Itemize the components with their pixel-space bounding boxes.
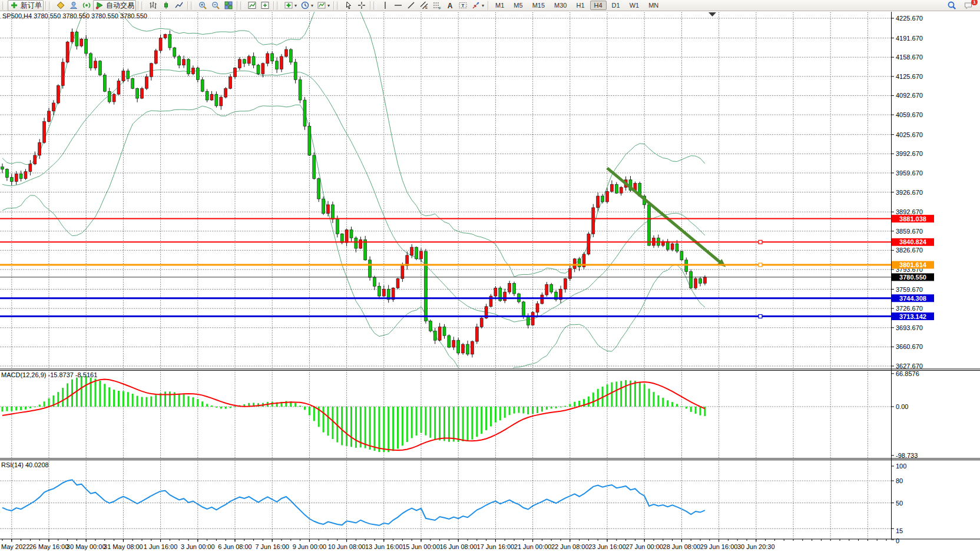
- new-order-button[interactable]: 新订单: [8, 0, 44, 11]
- label-button[interactable]: T: [456, 0, 469, 11]
- svg-text:4158.670: 4158.670: [896, 54, 923, 61]
- svg-text:3881.038: 3881.038: [899, 215, 926, 222]
- profiles-button[interactable]: [67, 0, 80, 11]
- arrows-button[interactable]: ▾: [469, 0, 486, 11]
- svg-text:15 Jun 00:00: 15 Jun 00:00: [402, 543, 440, 550]
- rsi-label: RSI(14) 40.0208: [1, 461, 49, 468]
- toolbar-grip: [337, 2, 340, 9]
- search-button[interactable]: [945, 0, 958, 11]
- zoom-in-button[interactable]: [196, 0, 209, 11]
- dropdown-caret-icon: ▾: [294, 3, 297, 8]
- price-tag-3744.308: 3744.308: [892, 294, 934, 302]
- svg-text:3627.670: 3627.670: [896, 363, 923, 370]
- svg-text:4025.670: 4025.670: [896, 131, 923, 138]
- profiles-icon: [69, 1, 78, 10]
- timeframe-button-m1[interactable]: M1: [491, 1, 508, 10]
- fibonacci-button[interactable]: F: [431, 0, 443, 11]
- svg-text:28 Jun 08:00: 28 Jun 08:00: [663, 543, 701, 550]
- text-button[interactable]: A: [443, 0, 456, 11]
- toolbar-grip: [240, 2, 243, 9]
- svg-text:7 Jun 16:00: 7 Jun 16:00: [255, 543, 289, 550]
- trendline-button[interactable]: [405, 0, 418, 11]
- chat-button[interactable]: 1: [962, 0, 975, 11]
- svg-text:31 May 08:00: 31 May 08:00: [104, 543, 143, 550]
- svg-text:10 Jun 08:00: 10 Jun 08:00: [328, 543, 366, 550]
- svg-text:3726.670: 3726.670: [896, 305, 923, 312]
- timeframe-button-h1[interactable]: H1: [572, 1, 588, 10]
- timeframe-button-h4[interactable]: H4: [590, 1, 607, 10]
- templates-button[interactable]: ▾: [315, 0, 332, 11]
- toolbar-grip: [373, 2, 376, 9]
- timeframe-button-w1[interactable]: W1: [625, 1, 644, 10]
- tile-windows-icon: [224, 1, 233, 10]
- svg-text:13 Jun 16:00: 13 Jun 16:00: [365, 543, 403, 550]
- toolbar-grip: [191, 2, 194, 9]
- signal-button[interactable]: [80, 0, 93, 11]
- svg-text:3926.670: 3926.670: [896, 189, 923, 196]
- svg-text:3959.670: 3959.670: [896, 169, 923, 177]
- vline-icon: [380, 1, 390, 10]
- timeframe-button-d1[interactable]: D1: [608, 1, 624, 10]
- svg-text:50: 50: [896, 500, 903, 507]
- svg-text:4125.670: 4125.670: [896, 73, 923, 80]
- svg-text:3801.614: 3801.614: [899, 261, 927, 268]
- toolbar-separator: [187, 1, 188, 10]
- svg-text:1 Jun 16:00: 1 Jun 16:00: [144, 543, 178, 550]
- new-chart-button[interactable]: [54, 0, 67, 11]
- indicator-list-button[interactable]: [259, 0, 272, 11]
- indicator-window-icon: [247, 1, 257, 10]
- new-order-button-label: 新订单: [21, 1, 42, 11]
- toolbar-grip: [277, 2, 280, 9]
- crosshair-button[interactable]: [355, 0, 368, 11]
- text-icon: A: [445, 1, 455, 10]
- toolbar-separator: [273, 1, 274, 10]
- svg-text:3859.670: 3859.670: [896, 228, 923, 235]
- add-indicator-button[interactable]: ▾: [282, 0, 299, 11]
- bar-chart-button[interactable]: [147, 0, 160, 11]
- timeframe-button-m15[interactable]: M15: [528, 1, 549, 10]
- svg-text:3693.670: 3693.670: [896, 324, 923, 331]
- arrows-icon: [471, 1, 481, 10]
- autotrade-button[interactable]: 自动交易: [93, 0, 136, 11]
- svg-text:6 Jun 08:00: 6 Jun 08:00: [218, 543, 252, 550]
- dropdown-caret-icon: ▾: [311, 3, 313, 8]
- indicator-window-button[interactable]: [246, 0, 259, 11]
- chart-diamond-icon: [56, 1, 65, 10]
- svg-text:16 Jun 08:00: 16 Jun 08:00: [439, 543, 477, 550]
- toolbar-separator: [45, 1, 47, 10]
- dropdown-caret-icon: ▾: [327, 3, 330, 8]
- svg-text:F: F: [439, 6, 441, 10]
- zoom-out-button[interactable]: [209, 0, 222, 11]
- svg-text:21 Jun 00:00: 21 Jun 00:00: [514, 543, 552, 550]
- candlestick-button[interactable]: [160, 0, 173, 11]
- svg-text:3826.670: 3826.670: [896, 247, 923, 254]
- cursor-icon: [344, 1, 353, 10]
- hline-button[interactable]: [392, 0, 405, 11]
- svg-text:4092.670: 4092.670: [896, 92, 923, 99]
- price-tag-3801.614: 3801.614: [892, 261, 934, 269]
- label-icon: T: [458, 1, 468, 10]
- line-chart-button[interactable]: [173, 0, 186, 11]
- timeframe-button-mn[interactable]: MN: [644, 1, 663, 10]
- svg-text:27 Jun 00:00: 27 Jun 00:00: [625, 543, 663, 550]
- clock-icon: [300, 1, 310, 10]
- zoom-out-icon: [211, 1, 220, 10]
- svg-text:80: 80: [896, 477, 903, 484]
- cursor-button[interactable]: [342, 0, 355, 11]
- tile-windows-button[interactable]: [222, 0, 235, 11]
- chart-title: SP500,H4 3780.550 3780.550 3780.550 3780…: [2, 12, 147, 19]
- timeframe-button-m5[interactable]: M5: [509, 1, 527, 10]
- vline-button[interactable]: [379, 0, 392, 11]
- svg-text:0.00: 0.00: [896, 403, 908, 410]
- svg-text:T: T: [462, 3, 465, 8]
- notification-badge: 1: [971, 0, 978, 5]
- svg-text:100: 100: [896, 463, 906, 470]
- channel-button[interactable]: E: [418, 0, 431, 11]
- svg-text:4225.670: 4225.670: [896, 15, 923, 22]
- price-tag-3840.824: 3840.824: [892, 238, 934, 246]
- price-tag-3780.550: 3780.550: [892, 273, 934, 281]
- svg-text:3759.670: 3759.670: [896, 286, 923, 293]
- periods-button[interactable]: ▾: [299, 0, 315, 11]
- svg-text:3660.670: 3660.670: [896, 343, 923, 350]
- timeframe-button-m30[interactable]: M30: [550, 1, 571, 10]
